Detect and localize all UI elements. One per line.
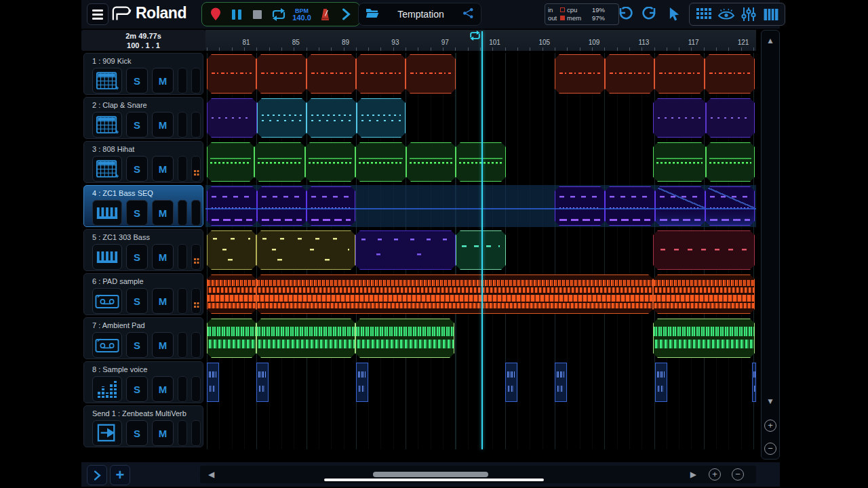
clip[interactable] [256,363,269,402]
clip[interactable] [254,142,305,182]
track-mini-button-1[interactable] [178,288,187,314]
clip[interactable] [655,363,667,402]
clip[interactable] [207,54,256,94]
clip[interactable] [207,142,254,182]
clip[interactable] [307,54,356,94]
eye-view-button[interactable] [717,5,736,24]
track-header[interactable]: 4 : ZC1 Bass SEQ S M [83,185,203,227]
mute-button[interactable]: M [152,112,174,138]
solo-button[interactable]: S [126,420,148,446]
clip[interactable] [257,98,307,138]
track-mini-button-2[interactable] [191,376,201,402]
clip[interactable] [207,274,256,314]
scroll-right-icon[interactable]: ▶ [690,470,696,479]
horizontal-scroll-thumb[interactable] [373,472,488,477]
clip[interactable] [207,319,256,358]
track-instrument-icon[interactable] [92,68,122,94]
track-lane[interactable] [205,229,756,271]
mute-button[interactable]: M [152,288,174,314]
clip[interactable] [355,230,456,270]
piano-view-button[interactable] [762,5,781,24]
track-lane[interactable] [205,53,756,95]
menu-button[interactable] [87,3,108,25]
loop-marker[interactable] [469,30,481,43]
clip[interactable] [207,363,219,402]
clip[interactable] [653,142,706,182]
mute-button[interactable]: M [152,420,174,446]
scroll-left-icon[interactable]: ◀ [208,470,214,479]
record-button[interactable] [205,3,226,26]
mute-button[interactable]: M [152,332,174,358]
clip[interactable] [555,54,605,94]
vertical-scrollbar[interactable]: ▲ ▼ + − [761,30,780,460]
clip[interactable] [605,54,654,94]
track-mini-button-2[interactable] [191,156,201,182]
track-mini-button-1[interactable] [178,200,187,226]
clip[interactable] [305,142,355,182]
track-lane[interactable] [205,361,756,403]
track-header[interactable]: 2 : Clap & Snare S M [83,97,203,139]
pause-button[interactable] [226,3,247,26]
metronome-button[interactable] [315,3,336,26]
mixer-view-button[interactable] [739,5,758,24]
clip[interactable] [256,319,355,358]
clip[interactable] [207,98,257,138]
clip[interactable] [653,319,755,358]
clip[interactable] [706,142,755,182]
track-mini-button-2[interactable] [191,200,201,226]
track-instrument-icon[interactable] [92,420,122,446]
clip[interactable] [653,274,755,314]
clip[interactable] [257,186,307,226]
clip[interactable] [406,142,456,182]
open-folder-button[interactable] [366,7,379,21]
solo-button[interactable]: S [126,244,148,270]
track-instrument-icon[interactable] [92,244,122,270]
solo-button[interactable]: S [126,332,148,358]
track-mini-button-2[interactable] [191,288,201,314]
track-mini-button-1[interactable] [178,112,187,138]
grid-view-button[interactable] [694,5,713,24]
track-header[interactable]: 3 : 808 Hihat S M [83,141,203,183]
track-lane[interactable] [205,405,756,447]
pointer-tool-button[interactable] [665,5,684,22]
horizontal-zoom-in-button[interactable]: + [709,468,721,481]
clip[interactable] [356,363,368,402]
track-mini-button-1[interactable] [178,156,187,182]
share-button[interactable] [462,7,474,22]
clip[interactable] [752,363,756,402]
expand-panel-button[interactable] [87,465,107,485]
track-mini-button-1[interactable] [178,244,187,270]
solo-button[interactable]: S [126,200,148,226]
redo-button[interactable] [640,5,659,22]
clip[interactable] [207,186,257,226]
clip[interactable] [456,142,506,182]
vertical-zoom-in-button[interactable]: + [764,420,776,432]
loop-button[interactable] [268,3,289,26]
track-mini-button-2[interactable] [191,420,201,446]
track-instrument-icon[interactable] [92,200,122,226]
track-header[interactable]: 5 : ZC1 303 Bass S M [83,229,203,271]
track-mini-button-2[interactable] [191,68,201,94]
clip[interactable] [505,363,517,402]
track-instrument-icon[interactable] [92,332,122,358]
stop-button[interactable] [247,3,268,26]
track-lane[interactable] [205,317,756,359]
position-display[interactable]: 2m 49.77s 100 . 1 . 1 [81,30,205,51]
mute-button[interactable]: M [152,156,174,182]
mute-button[interactable]: M [152,376,174,402]
track-mini-button-1[interactable] [178,376,187,402]
clip[interactable] [706,98,755,138]
track-instrument-icon[interactable] [92,288,122,314]
undo-button[interactable] [616,5,635,22]
track-header[interactable]: 7 : Ambient Pad S M [83,317,203,359]
clip[interactable] [456,230,506,270]
clip[interactable] [256,230,355,270]
track-instrument-icon[interactable] [92,112,122,138]
solo-button[interactable]: S [126,376,148,402]
clip[interactable] [256,274,653,314]
vertical-zoom-out-button[interactable]: − [764,443,776,455]
clip[interactable] [555,363,567,402]
clip[interactable] [357,98,406,138]
track-mini-button-1[interactable] [178,68,187,94]
track-lane[interactable] [205,97,756,139]
